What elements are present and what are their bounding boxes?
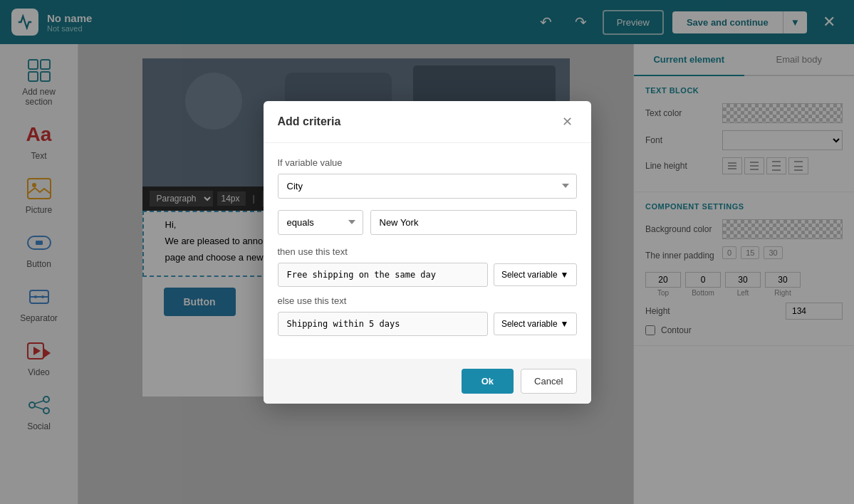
modal-close-button[interactable]: ✕ bbox=[558, 112, 577, 131]
modal-footer: Ok Cancel bbox=[264, 359, 591, 404]
modal-overlay[interactable]: Add criteria ✕ If variable value City eq… bbox=[0, 0, 854, 504]
else-label: else use this text bbox=[278, 295, 577, 306]
variable-select-row: City bbox=[278, 174, 577, 199]
then-select-var-button[interactable]: Select variable ▼ bbox=[494, 263, 577, 286]
ok-button[interactable]: Ok bbox=[462, 369, 514, 394]
variable-select[interactable]: City bbox=[278, 174, 577, 199]
modal-body: If variable value City equals then use t… bbox=[264, 143, 591, 359]
equals-row: equals bbox=[278, 210, 577, 235]
modal-title: Add criteria bbox=[278, 115, 341, 128]
then-label: then use this text bbox=[278, 246, 577, 257]
else-text-row: Select variable ▼ bbox=[278, 312, 577, 336]
operator-select[interactable]: equals bbox=[278, 210, 363, 235]
then-text-input[interactable] bbox=[278, 263, 488, 287]
add-criteria-modal: Add criteria ✕ If variable value City eq… bbox=[264, 101, 591, 404]
if-variable-label: If variable value bbox=[278, 157, 577, 168]
cancel-button[interactable]: Cancel bbox=[521, 369, 576, 394]
comparison-value-input[interactable] bbox=[370, 210, 577, 235]
then-text-row: Select variable ▼ bbox=[278, 263, 577, 287]
else-select-var-button[interactable]: Select variable ▼ bbox=[494, 313, 577, 335]
modal-header: Add criteria ✕ bbox=[264, 101, 591, 143]
else-text-input[interactable] bbox=[278, 312, 488, 336]
